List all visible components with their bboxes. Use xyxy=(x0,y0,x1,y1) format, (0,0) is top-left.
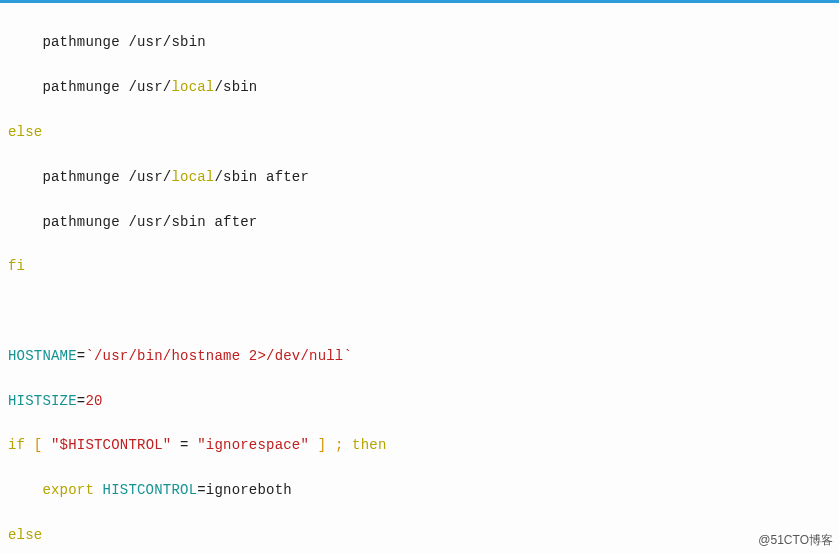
keyword-else: else xyxy=(8,527,42,543)
keyword-fi: fi xyxy=(8,258,25,274)
text: pathmunge /usr/sbin after xyxy=(8,214,257,230)
keyword-export: export xyxy=(42,482,94,498)
code-line xyxy=(8,300,831,322)
code-line: pathmunge /usr/local/sbin xyxy=(8,76,831,98)
code-editor-content[interactable]: pathmunge /usr/sbin pathmunge /usr/local… xyxy=(0,3,839,554)
text: /sbin xyxy=(214,79,257,95)
var-name: HOSTNAME xyxy=(8,348,77,364)
text: /sbin after xyxy=(214,169,309,185)
watermark-text: @51CTO博客 xyxy=(758,531,833,550)
code-line: fi xyxy=(8,255,831,277)
op: = xyxy=(171,437,197,453)
text: pathmunge /usr/ xyxy=(8,169,171,185)
keyword-then: then xyxy=(352,437,386,453)
text xyxy=(8,303,17,319)
keyword: local xyxy=(171,79,214,95)
backtick-cmd: `/usr/bin/hostname 2>/dev/null` xyxy=(85,348,352,364)
string: "$HISTCONTROL" xyxy=(51,437,171,453)
code-line: if [ "$HISTCONTROL" = "ignorespace" ] ; … xyxy=(8,434,831,456)
var-name: HISTSIZE xyxy=(8,393,77,409)
bracket: [ xyxy=(25,437,51,453)
value: ignoreboth xyxy=(206,482,292,498)
keyword: local xyxy=(171,169,214,185)
keyword-else: else xyxy=(8,124,42,140)
code-line: else xyxy=(8,524,831,546)
code-line: pathmunge /usr/local/sbin after xyxy=(8,166,831,188)
string: "ignorespace" xyxy=(197,437,309,453)
keyword-if: if xyxy=(8,437,25,453)
code-line: else xyxy=(8,121,831,143)
code-line: pathmunge /usr/sbin xyxy=(8,31,831,53)
indent xyxy=(8,482,42,498)
var-name: HISTCONTROL xyxy=(94,482,197,498)
text: pathmunge /usr/sbin xyxy=(8,34,206,50)
code-line: HOSTNAME=`/usr/bin/hostname 2>/dev/null` xyxy=(8,345,831,367)
number: 20 xyxy=(85,393,102,409)
bracket: ] ; xyxy=(309,437,352,453)
code-line: HISTSIZE=20 xyxy=(8,390,831,412)
op: = xyxy=(197,482,206,498)
code-line: pathmunge /usr/sbin after xyxy=(8,211,831,233)
text: pathmunge /usr/ xyxy=(8,79,171,95)
code-line: export HISTCONTROL=ignoreboth xyxy=(8,479,831,501)
